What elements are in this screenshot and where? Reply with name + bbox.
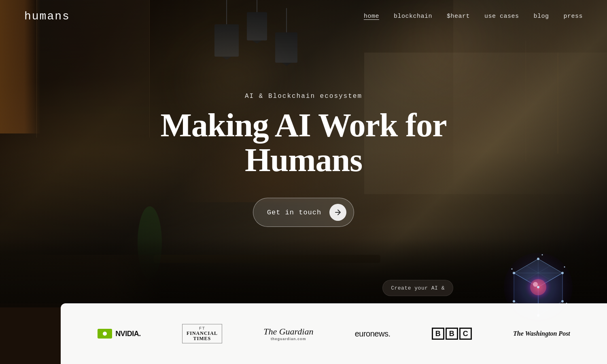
bbc-logo: B B C [432, 328, 472, 340]
ft-title: TIMES [193, 336, 211, 341]
euronews-text: euronews. [355, 329, 391, 339]
bbc-c: C [459, 328, 472, 340]
euronews-logo: euronews. [355, 329, 391, 339]
header: humans home blockchain $heart use cases … [0, 0, 607, 32]
nvidia-icon [98, 329, 112, 339]
partners-bar: NVIDIA. FT FINANCIAL TIMES The Guardian … [61, 303, 607, 364]
floating-card: Create your AI & [382, 280, 453, 296]
navigation: home blockchain $heart use cases blog pr… [364, 13, 583, 20]
svg-point-18 [564, 267, 565, 268]
wapo-logo: The Washington Post [513, 330, 570, 337]
guardian-logo: The Guardian theguardian.com [263, 326, 313, 341]
svg-point-12 [561, 272, 564, 274]
svg-point-11 [537, 258, 539, 260]
hero-subtitle: AI & Blockchain ecosystem [245, 93, 362, 100]
svg-point-21 [542, 254, 543, 256]
nav-heart[interactable]: $heart [447, 13, 470, 20]
cta-label: Get in touch [267, 209, 321, 216]
ft-logo: FT FINANCIAL TIMES [182, 324, 222, 343]
nav-press[interactable]: press [563, 13, 583, 20]
guardian-sub: theguardian.com [271, 337, 306, 341]
ft-prefix: FT [199, 326, 205, 331]
svg-point-16 [513, 300, 515, 303]
nvidia-eye [103, 332, 107, 336]
floating-card-text: Create your AI & [391, 285, 445, 291]
svg-point-10 [533, 282, 538, 287]
wapo-text: The Washington Post [513, 330, 570, 337]
guardian-text: The Guardian [263, 326, 313, 337]
svg-point-14 [537, 286, 539, 288]
cta-arrow-icon [329, 204, 346, 221]
svg-point-13 [513, 272, 515, 274]
svg-point-19 [511, 269, 513, 270]
nav-home[interactable]: home [364, 13, 379, 20]
logo[interactable]: humans [24, 10, 70, 23]
nvidia-text: NVIDIA. [115, 330, 141, 338]
cta-button[interactable]: Get in touch [253, 198, 354, 227]
bbc-b2: B [446, 328, 458, 340]
hero-heading: Making AI Work for Humans [121, 108, 486, 178]
nav-blog[interactable]: blog [533, 13, 549, 20]
svg-point-15 [561, 300, 564, 303]
nav-use-cases[interactable]: use cases [484, 13, 519, 20]
nvidia-logo: NVIDIA. [98, 329, 141, 339]
nav-blockchain[interactable]: blockchain [394, 13, 432, 20]
bbc-b1: B [432, 328, 444, 340]
